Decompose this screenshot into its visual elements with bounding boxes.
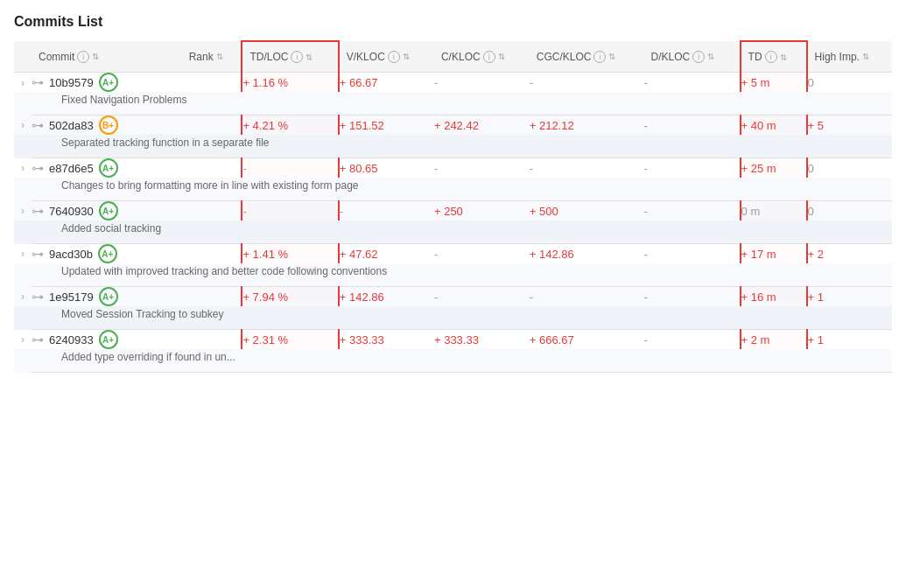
vkloc-info-icon[interactable]: i	[388, 51, 400, 63]
rank-badge: A+	[99, 73, 118, 92]
page-title: Commits List	[14, 14, 892, 30]
dkloc-info-icon[interactable]: i	[692, 51, 705, 63]
vkloc-cell: + 151.52	[339, 116, 434, 136]
tdloc-cell: + 1.41 %	[242, 244, 338, 264]
commit-col-label: Commit	[39, 51, 74, 63]
chevron-right-icon[interactable]: ›	[21, 333, 25, 346]
tdloc-sort-icon[interactable]: ⇅	[306, 52, 313, 62]
vkloc-sort-icon[interactable]: ⇅	[403, 52, 410, 61]
td-value: + 25 m	[741, 162, 776, 175]
tdloc-cell: -	[242, 201, 338, 221]
dkloc-cell: -	[644, 73, 741, 93]
ckloc-cell: + 250	[434, 201, 530, 221]
sub-expand-cell	[14, 135, 32, 158]
highimp-cell: + 2	[807, 244, 892, 264]
highimp-cell: + 5	[807, 116, 892, 136]
tdloc-cell: + 2.31 %	[242, 330, 338, 350]
commit-id[interactable]: 502da83	[49, 119, 94, 132]
expand-cell[interactable]: ›	[14, 287, 32, 307]
tdloc-value: -	[242, 162, 246, 175]
commit-info-icon[interactable]: i	[77, 51, 89, 63]
chevron-right-icon[interactable]: ›	[21, 248, 25, 260]
vkloc-value: -	[340, 205, 343, 218]
sub-expand-cell	[14, 220, 32, 244]
cgckloc-col-header: CGC/KLOC i ⇅	[530, 41, 644, 73]
ckloc-col-label: C/KLOC	[441, 51, 481, 63]
page-container: Commits List Commit i ⇅ Rank ⇅	[0, 0, 906, 387]
ckloc-sort-icon[interactable]: ⇅	[498, 52, 505, 61]
vkloc-cell: -	[339, 201, 434, 221]
ckloc-cell: + 242.42	[434, 116, 530, 136]
dkloc-cell: -	[644, 330, 741, 350]
cgckloc-value: + 142.86	[530, 248, 574, 261]
table-sub-row: Updated with improved tracking and bette…	[14, 263, 892, 287]
ckloc-info-icon[interactable]: i	[483, 51, 495, 63]
tdloc-col-header: TD/LOC i ⇅	[242, 41, 338, 73]
chevron-right-icon[interactable]: ›	[21, 119, 25, 131]
commit-id-cell: ⊶ 10b9579 A+	[32, 73, 182, 93]
td-info-icon[interactable]: i	[765, 51, 777, 63]
commit-id[interactable]: 9acd30b	[49, 248, 93, 261]
commit-symbol-icon: ⊶	[32, 75, 44, 89]
expand-cell[interactable]: ›	[14, 73, 32, 93]
rank-sort-icon[interactable]: ⇅	[216, 52, 223, 61]
commit-id[interactable]: 1e95179	[49, 290, 94, 304]
ckloc-value: -	[434, 248, 438, 261]
vkloc-cell: + 66.67	[339, 73, 434, 93]
cgckloc-info-icon[interactable]: i	[593, 51, 606, 63]
expand-cell[interactable]: ›	[14, 330, 32, 350]
table-row: › ⊶ 6240933 A+ + 2.31 % + 333.33 + 333.3…	[14, 330, 892, 350]
highimp-value: 0	[808, 205, 814, 218]
tdloc-info-icon[interactable]: i	[291, 51, 303, 63]
highimp-col-header: High Imp. ⇅	[807, 41, 892, 73]
cgckloc-value: + 666.67	[530, 333, 574, 346]
table-sub-row: Added type overriding if found in un...	[14, 349, 892, 373]
table-sub-row: Moved Session Tracking to subkey	[14, 306, 892, 330]
rank-cell	[182, 73, 242, 93]
td-sort-icon[interactable]: ⇅	[780, 52, 787, 62]
dkloc-sort-icon[interactable]: ⇅	[707, 52, 714, 61]
rank-badge: A+	[99, 287, 118, 306]
commit-id[interactable]: 7640930	[49, 205, 94, 218]
commit-id[interactable]: e87d6e5	[49, 162, 94, 175]
tdloc-col-label: TD/LOC	[249, 51, 288, 63]
cgckloc-sort-icon[interactable]: ⇅	[608, 52, 615, 61]
commit-sort-icon[interactable]: ⇅	[92, 52, 99, 61]
expand-cell[interactable]: ›	[14, 158, 32, 178]
commit-id-cell: ⊶ 9acd30b A+	[32, 244, 182, 264]
chevron-right-icon[interactable]: ›	[21, 290, 25, 303]
cgckloc-value: + 212.12	[530, 119, 574, 132]
chevron-right-icon[interactable]: ›	[21, 162, 25, 174]
vkloc-cell: + 80.65	[339, 158, 434, 178]
commit-symbol-icon: ⊶	[32, 247, 44, 261]
td-col-label: TD	[748, 51, 762, 63]
ckloc-value: -	[434, 162, 438, 175]
commit-id-cell: ⊶ e87d6e5 A+	[32, 158, 182, 178]
commit-symbol-icon: ⊶	[32, 290, 44, 304]
sub-expand-cell	[14, 349, 32, 373]
dkloc-cell: -	[644, 287, 741, 307]
td-value: + 17 m	[741, 248, 776, 261]
chevron-right-icon[interactable]: ›	[21, 205, 25, 217]
commit-id[interactable]: 10b9579	[49, 76, 94, 89]
vkloc-value: + 333.33	[340, 333, 384, 346]
expand-cell[interactable]: ›	[14, 201, 32, 221]
commit-description: Separated tracking function in a separat…	[32, 135, 892, 158]
expand-cell[interactable]: ›	[14, 116, 32, 136]
chevron-right-icon[interactable]: ›	[21, 77, 25, 89]
td-value: + 2 m	[741, 333, 770, 346]
rank-badge: A+	[99, 158, 118, 178]
dkloc-value: -	[644, 119, 648, 132]
rank-col-label: Rank	[189, 51, 214, 63]
highimp-cell: + 1	[807, 287, 892, 307]
td-cell: + 25 m	[741, 158, 807, 178]
commit-symbol-icon: ⊶	[32, 332, 44, 346]
rank-badge: A+	[99, 330, 118, 349]
expand-cell[interactable]: ›	[14, 244, 32, 264]
commit-description: Updated with improved tracking and bette…	[32, 263, 892, 287]
commit-col-header: Commit i ⇅	[32, 41, 182, 73]
highimp-sort-icon[interactable]: ⇅	[862, 52, 869, 61]
commit-id[interactable]: 6240933	[49, 333, 94, 346]
dkloc-value: -	[644, 290, 648, 304]
table-body: › ⊶ 10b9579 A+ + 1.16 % + 66.67 - - - + …	[14, 73, 892, 373]
